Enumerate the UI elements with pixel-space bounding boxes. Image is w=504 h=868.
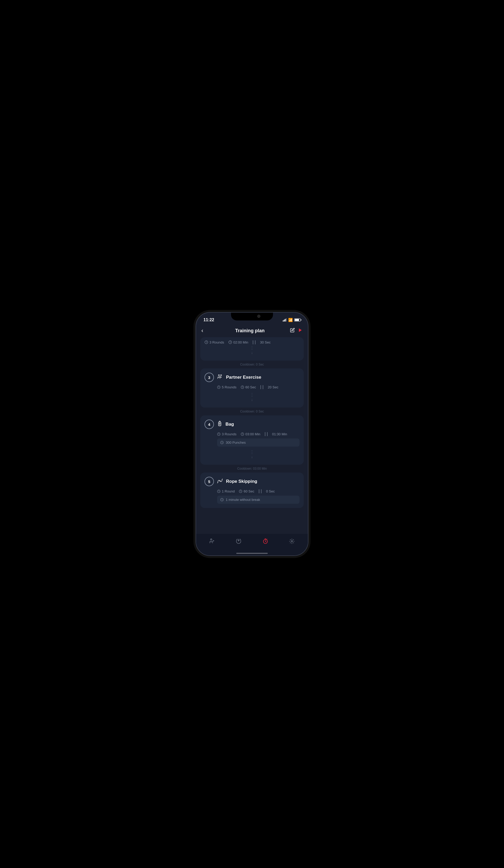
- bag-icon: [217, 421, 222, 428]
- duration-stat-5: 60 Sec: [239, 489, 254, 493]
- svg-line-11: [222, 479, 223, 479]
- nav-item-timer[interactable]: [258, 536, 273, 548]
- exercise-card-3: 3 Partner Exercise 5 Rounds: [200, 369, 304, 407]
- rest-stat-3: 20 Sec: [268, 385, 278, 389]
- back-button[interactable]: ‹: [201, 327, 210, 334]
- nav-item-settings[interactable]: [284, 536, 299, 548]
- rest-stat: 30 Sec: [260, 340, 271, 344]
- nutrition-nav-icon: [235, 538, 242, 546]
- rest-stat-4: 01:30 Min: [272, 432, 287, 436]
- svg-point-15: [211, 539, 212, 540]
- volume-up-button[interactable]: [195, 349, 196, 359]
- camera: [257, 315, 260, 318]
- exercise-card-5: 5 Rope Skipping 1 Round: [200, 473, 304, 508]
- cooldown-label-4: Cooldown: 03:00 Min: [200, 466, 304, 473]
- exercise-card-4: 4 Bag 3 Rounds 03: [200, 415, 304, 465]
- connector: ↓: [204, 344, 300, 356]
- partner-exercise-icon: [217, 374, 223, 381]
- svg-point-12: [220, 480, 220, 481]
- exercise-note-5: 1 minute without break: [217, 496, 300, 504]
- notch: [231, 313, 273, 320]
- svg-point-17: [291, 540, 293, 542]
- battery-icon: [294, 318, 301, 321]
- exercise-name-5: Rope Skipping: [226, 479, 257, 484]
- header: ‹ Training plan: [196, 325, 308, 337]
- edit-button[interactable]: [290, 328, 295, 334]
- exercise-card-partial: 3 Rounds 02:00 Min | | 30 Sec ↓: [200, 337, 304, 361]
- exercise-list: 3 Rounds 02:00 Min | | 30 Sec ↓: [196, 337, 308, 536]
- arrow-down-icon: ↓: [251, 351, 253, 355]
- rounds-stat-3: 5 Rounds: [217, 385, 236, 389]
- rest-stat-5: 0 Sec: [266, 489, 274, 493]
- rounds-stat-4: 3 Rounds: [217, 432, 236, 436]
- step-badge-3: 3: [204, 373, 214, 382]
- svg-marker-0: [299, 328, 302, 332]
- nav-item-nutrition[interactable]: [231, 536, 246, 548]
- training-nav-icon: [209, 538, 215, 546]
- page-title: Training plan: [235, 328, 265, 333]
- bottom-navigation: [196, 534, 308, 555]
- exercise-name-4: Bag: [225, 422, 234, 427]
- svg-point-3: [221, 374, 222, 375]
- timer-nav-icon: [262, 538, 269, 546]
- signal-icon: [283, 318, 287, 321]
- nav-item-training[interactable]: [205, 536, 220, 548]
- play-button[interactable]: [298, 328, 303, 334]
- phone-frame: 11:22 📶 ‹ Training plan: [195, 312, 309, 556]
- wifi-icon: 📶: [288, 318, 293, 322]
- arrow-down-icon-4: ↓: [251, 455, 253, 459]
- step-badge-5: 5: [204, 477, 214, 486]
- header-actions: [290, 328, 303, 334]
- cooldown-label-0: Cooldown: 0 Sec: [200, 362, 304, 369]
- status-time: 11:22: [203, 318, 214, 322]
- power-button[interactable]: [308, 356, 309, 374]
- rounds-stat-5: 1 Round: [217, 489, 235, 493]
- connector-3: ↓: [204, 392, 300, 403]
- rounds-stat: 3 Rounds: [204, 340, 224, 344]
- svg-line-10: [218, 482, 218, 483]
- exercise-stats-partial: 3 Rounds 02:00 Min | | 30 Sec: [204, 340, 300, 344]
- step-badge-4: 4: [204, 420, 214, 429]
- volume-down-button[interactable]: [195, 362, 196, 372]
- exercise-stats-4: 3 Rounds 03:00 Min | | 01:30 Min: [204, 432, 300, 436]
- exercise-name-3: Partner Exercise: [226, 375, 261, 380]
- exercise-stats-3: 5 Rounds 60 Sec | | 20 Sec: [204, 385, 300, 390]
- duration-stat: 02:00 Min: [228, 340, 248, 344]
- status-icons: 📶: [283, 318, 301, 322]
- arrow-down-icon-3: ↓: [251, 397, 253, 402]
- exercise-note-4: 300 Punches: [217, 438, 300, 447]
- duration-stat-3: 60 Sec: [241, 385, 256, 389]
- duration-stat-4: 03:00 Min: [241, 432, 260, 436]
- home-indicator: [236, 553, 268, 554]
- exercise-stats-5: 1 Round 60 Sec | | 0 Sec: [204, 489, 300, 494]
- settings-nav-icon: [289, 538, 295, 546]
- cooldown-label-3: Cooldown: 0 Sec: [200, 409, 304, 415]
- svg-point-2: [219, 374, 220, 375]
- connector-4: ↓: [204, 449, 300, 461]
- rope-skipping-icon: [217, 478, 223, 485]
